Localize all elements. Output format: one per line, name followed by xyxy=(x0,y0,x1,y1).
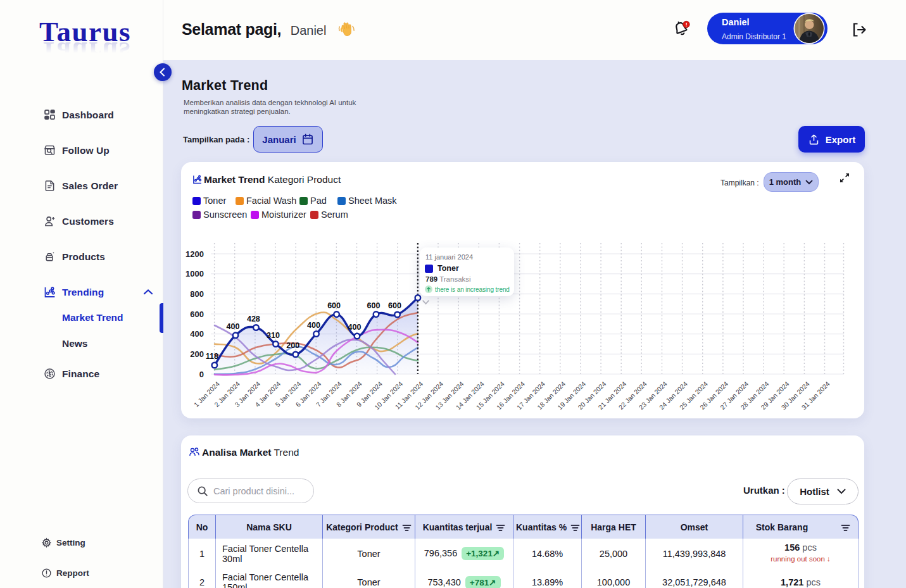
svg-text:800: 800 xyxy=(190,289,204,299)
svg-text:600: 600 xyxy=(327,301,341,310)
svg-text:1000: 1000 xyxy=(186,269,204,278)
svg-text:400: 400 xyxy=(190,329,204,339)
svg-text:400: 400 xyxy=(348,323,362,332)
svg-text:0: 0 xyxy=(199,370,204,379)
svg-text:600: 600 xyxy=(190,310,204,319)
svg-text:400: 400 xyxy=(227,322,240,331)
svg-text:600: 600 xyxy=(367,301,381,310)
svg-text:1200: 1200 xyxy=(186,249,204,259)
svg-text:310: 310 xyxy=(267,331,280,340)
svg-text:400: 400 xyxy=(307,321,320,330)
svg-text:600: 600 xyxy=(388,301,401,310)
svg-text:118: 118 xyxy=(206,352,218,361)
svg-text:200: 200 xyxy=(190,349,204,359)
svg-text:200: 200 xyxy=(286,341,299,350)
svg-text:428: 428 xyxy=(247,315,260,323)
